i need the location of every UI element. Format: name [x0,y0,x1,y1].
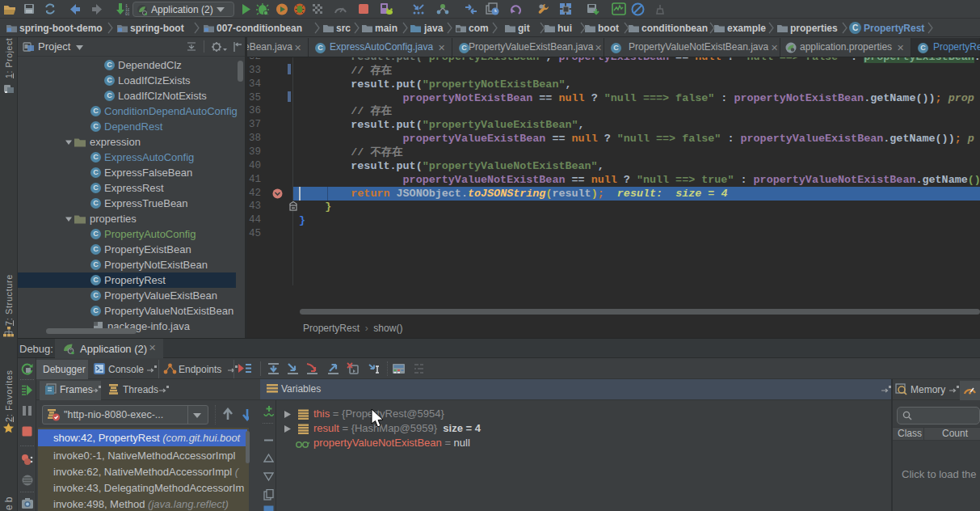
svg-text:01: 01 [125,12,129,16]
